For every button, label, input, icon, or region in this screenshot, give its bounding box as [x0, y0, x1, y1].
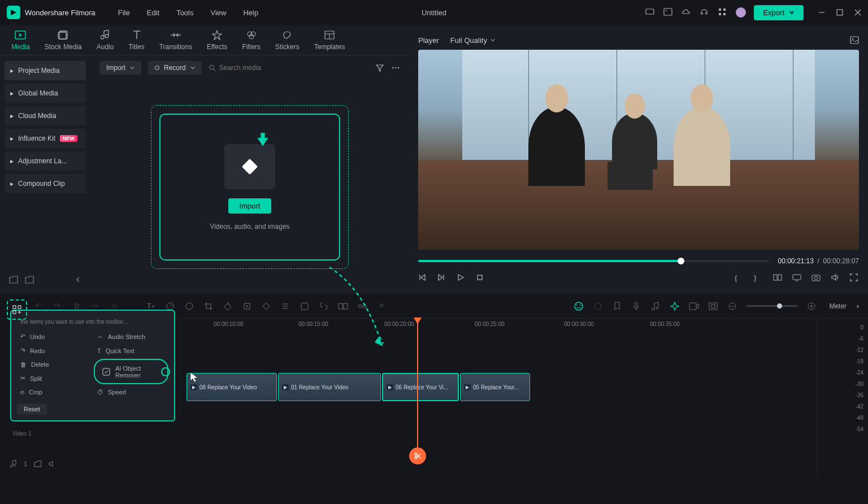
snapshot-button[interactable] — [811, 273, 821, 283]
popup-item-audio-stretch[interactable]: ↔Audio Stretch — [94, 331, 168, 342]
tab-effects[interactable]: Effects — [207, 29, 227, 51]
bracket-close-icon[interactable]: } — [754, 273, 763, 283]
volume-button[interactable] — [831, 273, 840, 283]
record-screen-icon[interactable] — [689, 301, 699, 311]
tab-audio[interactable]: Audio — [97, 29, 114, 51]
mute-icon[interactable] — [49, 460, 57, 467]
popup-item-ai-object-remover[interactable]: AI Object Remover — [94, 359, 168, 384]
popup-item-speed[interactable]: ⏱Speed — [94, 386, 168, 398]
meter-tick: -54 — [856, 426, 863, 432]
timeline-clip[interactable]: 01 Replace Your Video — [278, 373, 381, 401]
tab-filters[interactable]: Filters — [242, 29, 261, 51]
timeline-clip[interactable]: 05 Replace Your... — [460, 373, 530, 401]
timer-icon[interactable] — [223, 301, 233, 311]
popup-item-crop[interactable]: ⎊Crop — [17, 386, 92, 398]
audio-track-icon[interactable] — [10, 460, 17, 468]
popup-item-undo[interactable]: ↶Undo — [17, 331, 92, 342]
smile-icon[interactable] — [574, 301, 584, 311]
marker-icon[interactable] — [612, 301, 622, 311]
render-icon[interactable] — [593, 301, 603, 311]
minimize-button[interactable] — [818, 9, 825, 16]
ai-tools-icon[interactable] — [670, 301, 680, 311]
apps-icon[interactable] — [718, 7, 728, 18]
avatar[interactable] — [736, 7, 746, 18]
search-box[interactable] — [209, 64, 368, 72]
zoom-in-button[interactable] — [806, 301, 817, 311]
preview-viewport[interactable] — [418, 50, 859, 250]
timeline-clip[interactable]: 06 Replace Your Vi... — [382, 373, 459, 401]
play-button[interactable] — [457, 273, 466, 283]
collapse-sidebar-button[interactable] — [75, 276, 81, 283]
import-button[interactable]: Import — [228, 198, 272, 214]
folder-icon[interactable] — [34, 460, 42, 467]
menu-view[interactable]: View — [210, 8, 226, 17]
fullscreen-button[interactable] — [850, 273, 859, 283]
more-icon[interactable] — [391, 63, 400, 72]
compare-icon[interactable] — [773, 273, 782, 283]
zoom-slider[interactable] — [747, 305, 797, 307]
timeline-clip[interactable]: 08 Replace Your Video — [186, 373, 277, 401]
prev-frame-button[interactable] — [418, 273, 427, 283]
search-input[interactable] — [219, 64, 368, 72]
image-icon[interactable] — [850, 36, 859, 44]
folder-icon[interactable] — [25, 276, 34, 284]
music-icon[interactable] — [650, 301, 661, 311]
tab-templates[interactable]: Templates — [314, 29, 345, 51]
titles-icon — [131, 29, 142, 41]
menu-help[interactable]: Help — [243, 8, 258, 17]
tab-stickers[interactable]: Stickers — [275, 29, 300, 51]
new-folder-icon[interactable] — [9, 276, 18, 284]
crop-tool-icon[interactable] — [203, 301, 214, 311]
menu-tools[interactable]: Tools — [176, 8, 193, 17]
next-frame-button[interactable] — [437, 273, 446, 283]
popup-item-quick-text[interactable]: TQuick Text — [94, 345, 168, 357]
popup-item-split[interactable]: ✂Split — [17, 372, 92, 384]
adjust-icon[interactable] — [280, 301, 290, 311]
keyframe-icon[interactable] — [261, 301, 271, 311]
display-icon[interactable] — [792, 273, 801, 283]
headset-icon[interactable] — [700, 7, 710, 18]
tracking-icon[interactable] — [242, 301, 252, 311]
sidebar-item-cloud-media[interactable]: ▸Cloud Media — [5, 106, 86, 125]
sidebar-item-global-media[interactable]: ▸Global Media — [5, 84, 86, 103]
sidebar-item-project-media[interactable]: ▸Project Media — [5, 61, 86, 80]
playback-slider[interactable] — [418, 260, 769, 262]
close-button[interactable] — [854, 9, 861, 16]
record-dropdown[interactable]: Record — [148, 61, 202, 75]
mic-icon[interactable] — [631, 301, 641, 311]
tab-transitions[interactable]: Transitions — [159, 29, 192, 51]
screen-icon[interactable] — [645, 7, 656, 18]
quality-dropdown[interactable]: Full Quality — [450, 36, 495, 45]
tab-titles[interactable]: Titles — [128, 29, 144, 51]
ruler-tick: 00:00:25:00 — [475, 321, 505, 327]
mask-icon[interactable] — [300, 301, 310, 311]
tab-stock-media[interactable]: Stock Media — [45, 29, 82, 51]
playhead[interactable] — [417, 319, 418, 454]
menu-file[interactable]: File — [118, 8, 130, 17]
menu-edit[interactable]: Edit — [147, 8, 159, 17]
meter-label[interactable]: Meter — [829, 302, 847, 310]
svg-rect-1 — [664, 8, 672, 15]
color-icon[interactable] — [184, 301, 194, 311]
reset-button[interactable]: Reset — [17, 403, 47, 415]
import-dropdown[interactable]: Import — [99, 61, 141, 75]
popup-item-redo[interactable]: ↷Redo — [17, 345, 92, 357]
tab-media[interactable]: Media — [11, 29, 30, 51]
sidebar-item-influence-kit[interactable]: ▸Influence KitNEW — [5, 129, 86, 148]
stop-button[interactable] — [476, 273, 485, 283]
expand-icon[interactable] — [708, 301, 718, 311]
maximize-button[interactable] — [836, 9, 843, 16]
cloud-icon[interactable] — [682, 7, 692, 18]
bracket-open-icon[interactable]: { — [735, 273, 744, 283]
sidebar-item-adjustment-layer[interactable]: ▸Adjustment La... — [5, 151, 86, 171]
import-drop-zone[interactable]: Import Videos, audio, and images — [90, 80, 409, 294]
zoom-out-button[interactable] — [727, 301, 737, 311]
media-icon[interactable] — [663, 7, 674, 18]
filter-icon[interactable] — [375, 63, 384, 72]
customize-toolbar-button[interactable] — [7, 299, 27, 320]
split-handle[interactable] — [409, 447, 426, 464]
preview-tab-player[interactable]: Player — [418, 36, 439, 45]
popup-item-delete[interactable]: 🗑Delete — [17, 359, 92, 370]
export-button[interactable]: Export — [754, 5, 804, 20]
sidebar-item-compound-clip[interactable]: ▸Compound Clip — [5, 174, 86, 193]
